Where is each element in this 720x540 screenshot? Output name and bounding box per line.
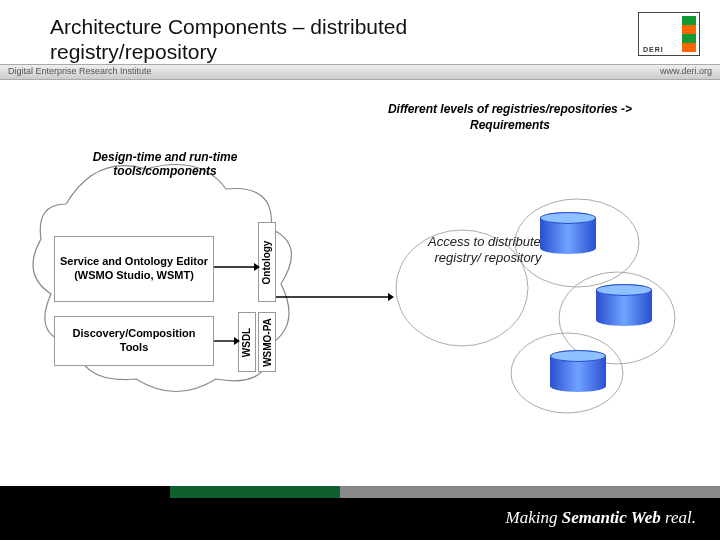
slide-number: 21 [36,507,50,522]
arrow-bars-to-cloud [276,292,396,302]
svg-marker-1 [254,263,260,271]
discovery-box-text: Discovery/Composition Tools [59,327,209,355]
logo-text: DERI [643,46,664,53]
wsmopa-bar: WSMO-PA [258,312,276,372]
design-time-label: Design-time and run-time tools/component… [60,150,270,179]
svg-marker-3 [234,337,240,345]
editor-box-text: Service and Ontology Editor (WSMO Studio… [59,255,209,283]
sub-header-bar: Digital Enterprise Research Institute ww… [0,64,720,80]
footer-brand: Making Semantic Web real. [506,508,696,528]
access-label: Access to distributed registry/ reposito… [428,234,548,267]
wsdl-bar-label: WSDL [242,327,253,356]
institute-name: Digital Enterprise Research Institute [8,66,152,76]
wsmopa-bar-label: WSMO-PA [262,318,273,367]
site-url: www.deri.org [660,66,712,76]
ontology-bar: Ontology [258,222,276,302]
arrow-editor-to-ontology [214,262,260,272]
database-cylinder-a [540,212,596,254]
editor-box: Service and Ontology Editor (WSMO Studio… [54,236,214,302]
footer-brand-prefix: Making [506,508,562,527]
deri-logo: DERI [638,12,700,56]
page-title: Architecture Components – distributed re… [50,14,500,64]
ontology-bar-label: Ontology [262,240,273,284]
footer-brand-suffix: real. [661,508,696,527]
database-cylinder-c [550,350,606,392]
database-cylinder-b [596,284,652,326]
footer-bar: Making Semantic Web real. [0,486,720,540]
discovery-box: Discovery/Composition Tools [54,316,214,366]
arrow-discovery-to-wsdl [214,336,240,346]
wsdl-bar: WSDL [238,312,256,372]
requirements-note: Different levels of registries/repositor… [360,102,660,133]
footer-brand-mid: Semantic Web [562,508,661,527]
